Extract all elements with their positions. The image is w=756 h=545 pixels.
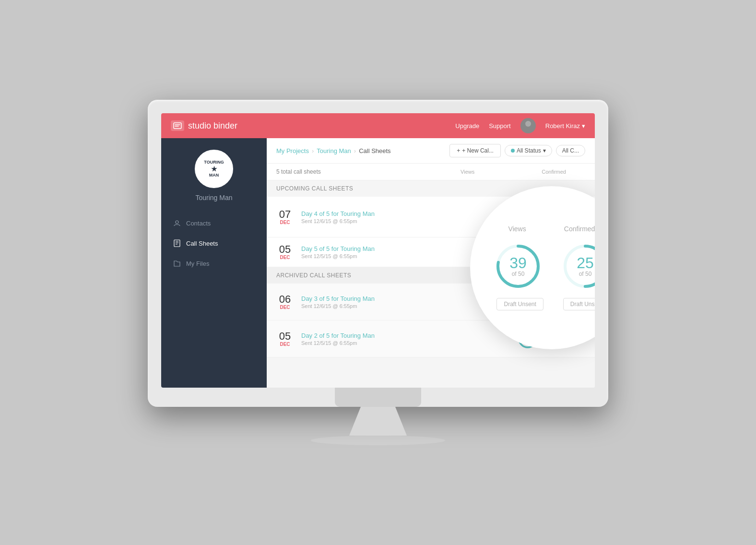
zoom-views-label: Views [508, 225, 526, 233]
callsheets-icon [173, 239, 181, 248]
all-status-dropdown[interactable]: All Status ▾ [505, 145, 552, 156]
all-dates-dropdown[interactable]: All C... [556, 145, 585, 156]
total-count: 5 total call sheets [276, 168, 321, 175]
archived-call-info-2: Day 2 of 5 for Touring Man Sent 12/5/15 … [301, 332, 508, 346]
project-name: Touring Man [195, 194, 232, 201]
archived-call-sent-2: Sent 12/5/15 @ 6:55pm [301, 340, 508, 346]
breadcrumb-project[interactable]: Touring Man [317, 147, 351, 154]
date-month-2: DEC [276, 255, 294, 260]
svg-rect-3 [174, 240, 180, 247]
avatar [520, 118, 536, 133]
zoom-views-denom: of 50 [509, 271, 527, 277]
support-link[interactable]: Support [489, 122, 511, 130]
archived-date-day-1: 06 [276, 294, 294, 305]
project-logo: TOURING ★ MAN [195, 150, 233, 188]
new-call-label: + New Cal... [462, 147, 494, 154]
zoom-confirmed-label: Confirmed [564, 225, 595, 233]
main-content: My Projects › Touring Man › Call Sheets … [267, 138, 595, 388]
status-dot-icon [511, 149, 515, 153]
app-header: studio binder Upgrade Support Robert Kir… [161, 113, 595, 138]
zoom-badge-1: Draft Unsent [496, 298, 543, 310]
breadcrumb-myprojects[interactable]: My Projects [276, 147, 309, 154]
sidebar-callsheets-label: Call Sheets [186, 240, 218, 247]
archived-date-month-2: DEC [276, 342, 294, 347]
archived-date-day-2: 05 [276, 331, 294, 342]
archived-date-block-2: 05 DEC [276, 331, 294, 347]
call-title-1[interactable]: Day 4 of 5 for Touring Man [301, 210, 501, 217]
filter-right: Views Confirmed [461, 169, 585, 175]
monitor-stand-top [335, 388, 421, 407]
archived-date-month-1: DEC [276, 305, 294, 310]
zoom-confirmed-circle: 25 of 50 [561, 242, 595, 290]
new-call-button[interactable]: + + New Cal... [449, 144, 501, 157]
breadcrumb-sep2: › [354, 147, 356, 154]
all-status-chevron-icon: ▾ [543, 147, 546, 154]
breadcrumb: My Projects › Touring Man › Call Sheets [276, 147, 391, 154]
sidebar-item-callsheets[interactable]: Call Sheets [161, 233, 267, 253]
call-sent-2: Sent 12/5/15 @ 6:55pm [301, 253, 474, 259]
sidebar-item-contacts[interactable]: Contacts [161, 213, 267, 233]
date-day-2: 05 [276, 244, 294, 255]
sidebar-item-myfiles[interactable]: My Files [161, 253, 267, 273]
logo-area: studio binder [171, 120, 237, 131]
all-status-label: All Status [517, 147, 541, 154]
all-dates-label: All C... [562, 147, 579, 154]
contacts-icon [173, 219, 181, 227]
app-title: studio binder [188, 121, 237, 131]
call-info-2: Day 5 of 5 for Touring Man Sent 12/5/15 … [301, 245, 474, 259]
project-logo-text: TOURING ★ MAN [204, 160, 224, 178]
archived-call-title-2[interactable]: Day 2 of 5 for Touring Man [301, 332, 508, 339]
zoom-badge-2: Draft Uns... [563, 298, 595, 310]
sidebar-myfiles-label: My Files [186, 260, 209, 267]
monitor-stand-neck [349, 407, 407, 436]
call-info-1: Day 4 of 5 for Touring Man Sent 12/6/15 … [301, 210, 501, 224]
sidebar: TOURING ★ MAN Touring Man Contacts [161, 138, 267, 388]
archived-call-sent-1: Sent 12/6/15 @ 6:55pm [301, 303, 508, 309]
svg-rect-0 [174, 123, 181, 129]
col-confirmed-header: Confirmed [542, 169, 566, 175]
date-day-1: 07 [276, 209, 294, 220]
studiobinder-logo-icon [171, 120, 184, 131]
breadcrumb-current: Call Sheets [359, 147, 390, 154]
zoom-confirmed-denom: of 50 [577, 271, 594, 277]
sidebar-contacts-label: Contacts [186, 220, 211, 227]
user-name-label: Robert Kiraz [545, 122, 580, 130]
monitor-screen: studio binder Upgrade Support Robert Kir… [161, 113, 595, 388]
monitor-stand-base [311, 436, 445, 445]
user-chevron-icon: ▾ [582, 122, 585, 130]
new-call-plus-icon: + [457, 147, 460, 154]
zoom-metrics-row: 39 of 50 [489, 242, 595, 290]
zoom-badges-row: Draft Unsent Draft Uns... [489, 298, 595, 310]
user-menu[interactable]: Robert Kiraz ▾ [545, 122, 585, 130]
breadcrumb-bar: My Projects › Touring Man › Call Sheets … [267, 138, 595, 164]
monitor-body: studio binder Upgrade Support Robert Kir… [148, 100, 608, 407]
date-block-2: 05 DEC [276, 244, 294, 260]
zoom-confirmed-number: 25 [577, 255, 594, 271]
app-body: TOURING ★ MAN Touring Man Contacts [161, 138, 595, 388]
zoom-col-headers: Views Confirmed [489, 225, 595, 233]
zoom-views-circle: 39 of 50 [494, 242, 542, 290]
svg-point-2 [176, 221, 178, 224]
zoom-views-text: 39 of 50 [509, 255, 527, 277]
date-block-1: 07 DEC [276, 209, 294, 225]
zoom-confirmed-text: 25 of 50 [577, 255, 594, 277]
sidebar-nav: Contacts Call Sheets My Fi [161, 213, 267, 273]
archived-date-block-1: 06 DEC [276, 294, 294, 310]
date-month-1: DEC [276, 220, 294, 225]
myfiles-icon [173, 259, 181, 268]
svg-point-1 [525, 121, 531, 127]
zoom-views-number: 39 [509, 255, 527, 271]
call-sent-1: Sent 12/6/15 @ 6:55pm [301, 218, 501, 224]
upgrade-link[interactable]: Upgrade [455, 122, 479, 130]
header-right: Upgrade Support Robert Kiraz ▾ [455, 118, 585, 133]
breadcrumb-sep1: › [312, 147, 314, 154]
filter-bar: 5 total call sheets Views Confirmed [267, 164, 595, 180]
call-title-2[interactable]: Day 5 of 5 for Touring Man [301, 245, 474, 252]
col-views-header: Views [461, 169, 474, 175]
